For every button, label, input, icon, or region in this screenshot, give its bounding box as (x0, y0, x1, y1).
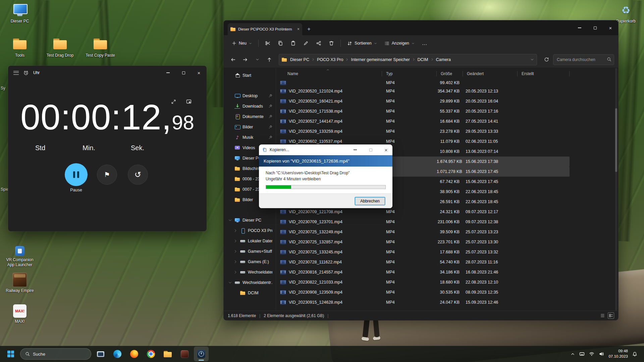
maximize-button[interactable] (176, 66, 191, 80)
cancel-button[interactable]: Abbrechen (355, 197, 385, 205)
address-dropdown-icon[interactable] (530, 58, 534, 61)
thumbnail-view-button[interactable] (608, 312, 614, 319)
minimize-button[interactable] (349, 144, 362, 155)
breadcrumb-segment[interactable]: Interner gemeinsamer Speicher (349, 56, 412, 63)
menu-icon[interactable] (13, 71, 19, 75)
sidebar-item[interactable]: Musik (225, 132, 274, 142)
file-row[interactable]: VID_20230520_121024.mp4 MP4 354.347 KB 2… (276, 86, 570, 96)
file-row[interactable]: VID_20230709_121708.mp4 MP4 24.321 KB 09… (276, 207, 570, 217)
vertical-scrollbar[interactable] (615, 68, 617, 311)
breadcrumb-segment[interactable]: Camera (434, 56, 453, 63)
delete-button[interactable] (325, 38, 337, 49)
file-row[interactable]: VID_20230527_144147.mp4 MP4 16.684 KB 27… (276, 116, 570, 126)
file-row[interactable]: MP4 99.402 KB (276, 79, 570, 86)
explorer-tab[interactable]: Dieser PC\POCO X3 Pro\Intern (228, 23, 302, 35)
tree-chevron-icon[interactable] (228, 219, 232, 222)
tree-chevron-icon[interactable] (233, 260, 237, 263)
file-row[interactable]: VID_20230822_121033.mp4 MP4 18.680 KB 22… (276, 277, 570, 287)
reset-button[interactable] (128, 165, 148, 185)
maximize-button[interactable] (364, 144, 377, 155)
file-row[interactable]: VID_20230520_160421.mp4 MP4 29.899 KB 20… (276, 96, 570, 106)
sidebar-item[interactable]: Games (E:) (225, 256, 274, 267)
breadcrumb-segment[interactable]: DCIM (416, 56, 430, 63)
sidebar-item[interactable]: Wechseldatent… (225, 267, 274, 277)
refresh-button[interactable] (541, 54, 552, 65)
file-row[interactable]: VID_20230908_123509.mp4 MP4 30.535 KB 08… (276, 287, 570, 297)
taskbar-app-explorer[interactable] (160, 347, 175, 361)
volume-icon[interactable] (599, 351, 604, 357)
forward-button[interactable] (240, 54, 251, 65)
close-button[interactable] (191, 66, 207, 80)
file-row[interactable]: VID_20230529_133259.mp4 MP4 23.278 KB 29… (276, 126, 570, 136)
tray-chevron-up-icon[interactable] (571, 352, 575, 356)
share-button[interactable] (313, 38, 325, 49)
taskbar-search[interactable]: Suche (20, 348, 91, 360)
up-button[interactable] (264, 54, 275, 65)
details-view-button[interactable] (600, 313, 605, 318)
close-button[interactable] (380, 144, 392, 155)
start-button[interactable] (3, 347, 18, 361)
file-row[interactable]: VID_20230725_132249.mp4 MP4 39.509 KB 25… (276, 227, 570, 237)
file-row[interactable]: VID_20230520_171538.mp4 MP4 55.337 KB 20… (276, 106, 570, 116)
desktop-icon-vr-companion[interactable]: VR Companion App Launcher (4, 246, 36, 267)
explorer-titlebar[interactable]: Dieser PC\POCO X3 Pro\Intern (224, 20, 618, 35)
taskbar-app-monitor[interactable] (93, 347, 108, 361)
pause-button[interactable] (65, 163, 88, 186)
sidebar-item[interactable]: Bilder (225, 122, 274, 132)
taskbar-app-firefox[interactable] (127, 347, 142, 361)
file-row[interactable]: VID_20230728_111622.mp4 MP4 54.740 KB 28… (276, 257, 570, 267)
column-header-type[interactable]: Typ (382, 68, 437, 79)
tab-close-icon[interactable] (297, 27, 300, 32)
tree-chevron-icon[interactable] (233, 229, 237, 232)
maximize-button[interactable] (587, 20, 603, 35)
taskbar-app-game[interactable] (177, 347, 192, 361)
sidebar-item[interactable]: Desktop (225, 90, 274, 101)
file-row[interactable]: VID_20230725_133245.mp4 MP4 17.688 KB 25… (276, 247, 570, 257)
clock-titlebar[interactable]: Uhr (8, 66, 207, 80)
desktop-icon-tools[interactable]: Tools (4, 38, 36, 58)
sort-button[interactable]: Sortieren (344, 38, 380, 49)
sidebar-item[interactable]: Dieser PC (225, 215, 274, 225)
sidebar-item[interactable]: DCIM (225, 288, 274, 298)
breadcrumb-segment[interactable]: Dieser PC (288, 56, 311, 63)
paste-button[interactable] (287, 38, 299, 49)
lap-flag-button[interactable] (97, 165, 117, 185)
sidebar-item[interactable]: POCO X3 Pro (225, 225, 274, 236)
new-button[interactable]: Neu (228, 38, 255, 49)
tree-chevron-icon[interactable] (233, 270, 237, 274)
minimize-button[interactable] (572, 20, 587, 35)
file-row[interactable]: VID_20230816_214557.mp4 MP4 34.186 KB 16… (276, 267, 570, 277)
dialog-titlebar[interactable]: Kopieren... (259, 144, 392, 155)
taskbar-app-chrome[interactable] (144, 347, 158, 361)
copy-button[interactable] (274, 38, 286, 49)
desktop-icon-dieser-pc[interactable]: Dieser PC (4, 3, 36, 24)
new-tab-button[interactable] (304, 24, 314, 34)
tree-chevron-icon[interactable] (228, 281, 232, 284)
minimize-button[interactable] (160, 66, 176, 80)
sidebar-item[interactable]: Dokumente (225, 111, 274, 122)
notifications-bell-icon[interactable] (632, 352, 637, 357)
scrollbar-thumb[interactable] (615, 108, 617, 172)
desktop-icon-test-copy-paste[interactable]: Test Copy Paste (84, 38, 116, 58)
column-header-created[interactable]: Erstellt (518, 68, 570, 79)
tree-chevron-icon[interactable] (233, 239, 237, 243)
file-row[interactable]: VID_20230725_132857.mp4 MP4 223.701 KB 2… (276, 237, 570, 247)
sidebar-item[interactable]: Lokaler Datent… (225, 236, 274, 246)
rename-button[interactable] (300, 38, 312, 49)
file-row[interactable]: VID_20230709_123701.mp4 MP4 231.006 KB 0… (276, 217, 570, 227)
desktop-icon-max[interactable]: MAX! MAX! (4, 304, 36, 324)
sidebar-item[interactable]: Wechseldatentr… (225, 277, 274, 288)
file-row[interactable]: VID_20230915_124628.mp4 MP4 24.047 KB 15… (276, 297, 570, 307)
cut-button[interactable] (262, 38, 274, 49)
recent-locations-button[interactable] (252, 54, 263, 65)
desktop-icon-test-drag-drop[interactable]: Test Drag Drop (44, 38, 76, 58)
desktop-icon-railway-empire[interactable]: Railway Empire (4, 273, 36, 293)
more-options-button[interactable]: … (419, 40, 431, 46)
taskbar-app-edge[interactable] (110, 347, 125, 361)
sidebar-item[interactable]: Downloads (225, 101, 274, 111)
tree-chevron-icon[interactable] (233, 250, 237, 253)
back-button[interactable] (228, 54, 238, 65)
taskbar-app-clock[interactable] (194, 347, 209, 361)
column-header-size[interactable]: Größe (437, 68, 463, 79)
breadcrumb-segment[interactable]: POCO X3 Pro (315, 56, 345, 63)
